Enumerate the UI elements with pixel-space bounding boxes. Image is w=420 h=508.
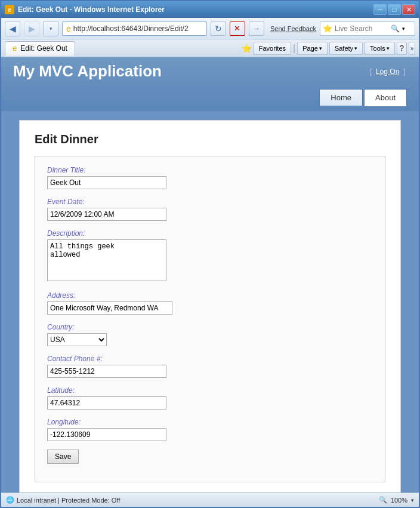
stop-button[interactable]: ✕ <box>230 21 245 36</box>
app-header: My MVC Application [ Log On ] Home About <box>1 57 419 111</box>
live-search-icon: ⭐ <box>323 24 332 33</box>
tab-edit-geek-out[interactable]: e Edit: Geek Out <box>5 41 75 56</box>
nav-tab-about[interactable]: About <box>364 89 407 106</box>
page-wrapper: Edit Dinner Dinner Title: Event Date: <box>1 111 419 492</box>
more-button[interactable]: » <box>409 42 415 55</box>
window-controls: ─ □ ✕ <box>373 4 415 15</box>
save-group: Save <box>47 449 373 464</box>
content-scroll-area: My MVC Application [ Log On ] Home About… <box>1 57 419 492</box>
logon-bracket-open: [ <box>370 67 372 76</box>
tools-button[interactable]: Tools ▾ <box>365 42 395 55</box>
safety-dropdown-icon: ▾ <box>354 45 357 51</box>
go-button[interactable]: → <box>249 21 264 36</box>
tab-icon: e <box>13 44 17 53</box>
page-body: Edit Dinner Dinner Title: Event Date: <box>19 120 401 492</box>
contact-phone-input[interactable] <box>47 365 166 378</box>
event-date-group: Event Date: <box>47 198 373 221</box>
back-button[interactable]: ◀ <box>5 21 20 36</box>
send-feedback-link[interactable]: Send Feedback <box>270 25 316 32</box>
search-input[interactable] <box>335 24 388 33</box>
browser-window: e Edit: Geek Out - Windows Internet Expl… <box>0 0 420 508</box>
toolbar-right: ⭐ Favorites | Page ▾ Safety ▾ Tools ▾ ? … <box>242 42 415 55</box>
address-group: Address: <box>47 291 373 315</box>
title-bar-left: e Edit: Geek Out - Windows Internet Expl… <box>5 5 165 14</box>
status-bar: 🌐 Local intranet | Protected Mode: Off 🔍… <box>1 492 419 507</box>
forward-button[interactable]: ▶ <box>24 21 39 36</box>
separator1: | <box>293 43 295 54</box>
address-label: Address: <box>47 291 373 300</box>
tools-dropdown-icon: ▾ <box>387 45 390 51</box>
search-magnifier-icon: 🔍 <box>391 24 400 33</box>
zoom-dropdown-icon[interactable]: ▾ <box>411 497 414 503</box>
country-select[interactable]: USA Canada UK Australia <box>47 333 107 346</box>
dinner-title-input[interactable] <box>47 176 166 189</box>
contact-phone-label: Contact Phone #: <box>47 355 373 363</box>
safety-button[interactable]: Safety ▾ <box>329 42 363 55</box>
description-group: Description: All things geek allowed <box>47 229 373 283</box>
latitude-input[interactable] <box>47 396 166 410</box>
address-bar[interactable]: e <box>62 21 207 36</box>
search-bar[interactable]: ⭐ 🔍 ▾ <box>320 21 415 36</box>
country-group: Country: USA Canada UK Australia <box>47 323 373 346</box>
nav-tab-home[interactable]: Home <box>319 89 363 106</box>
status-right: 🔍 100% ▾ <box>379 496 414 504</box>
logon-area: [ Log On ] <box>368 67 407 76</box>
dropdown-button[interactable]: ▾ <box>43 21 58 36</box>
search-dropdown-icon[interactable]: ▾ <box>402 26 405 32</box>
dinner-title-label: Dinner Title: <box>47 166 373 174</box>
header-top-row: My MVC Application [ Log On ] <box>13 62 407 81</box>
longitude-group: Longitude: <box>47 418 373 441</box>
app-title: My MVC Application <box>13 62 162 81</box>
tab-label: Edit: Geek Out <box>20 44 67 53</box>
close-button[interactable]: ✕ <box>402 4 415 15</box>
address-input-field[interactable] <box>47 301 172 315</box>
event-date-label: Event Date: <box>47 198 373 206</box>
zone-icon: 🌐 <box>6 496 14 504</box>
zone-text: Local intranet | Protected Mode: Off <box>17 497 120 504</box>
refresh-button[interactable]: ↻ <box>211 21 226 36</box>
latitude-group: Latitude: <box>47 386 373 410</box>
zoom-icon: 🔍 <box>379 496 387 504</box>
page-title: Edit Dinner <box>35 133 385 146</box>
tabs-bar: e Edit: Geek Out ⭐ Favorites | Page ▾ Sa… <box>1 39 419 57</box>
contact-phone-group: Contact Phone #: <box>47 355 373 378</box>
country-label: Country: <box>47 323 373 331</box>
minimize-button[interactable]: ─ <box>373 4 387 15</box>
page-icon: e <box>66 24 71 33</box>
longitude-input[interactable] <box>47 428 166 441</box>
description-textarea[interactable]: All things geek allowed <box>47 239 166 281</box>
logon-bracket-close: ] <box>403 67 405 76</box>
maximize-button[interactable]: □ <box>388 4 401 15</box>
save-button[interactable]: Save <box>47 449 79 464</box>
nav-tabs: Home About <box>13 89 407 106</box>
dinner-title-group: Dinner Title: <box>47 166 373 189</box>
favorites-button[interactable]: Favorites <box>254 42 291 55</box>
event-date-input[interactable] <box>47 208 166 221</box>
description-label: Description: <box>47 229 373 238</box>
logon-link[interactable]: Log On <box>376 67 399 76</box>
address-toolbar: ◀ ▶ ▾ e ↻ ✕ → Send Feedback ⭐ 🔍 ▾ <box>1 18 419 39</box>
page-button[interactable]: Page ▾ <box>297 42 328 55</box>
status-left: 🌐 Local intranet | Protected Mode: Off <box>6 496 120 504</box>
latitude-label: Latitude: <box>47 386 373 395</box>
content-main: My MVC Application [ Log On ] Home About… <box>1 57 419 492</box>
form-container: Dinner Title: Event Date: Description: A… <box>35 156 385 482</box>
help-button[interactable]: ? <box>397 42 407 55</box>
favorites-icon: ⭐ <box>242 44 252 53</box>
window-title: Edit: Geek Out - Windows Internet Explor… <box>18 5 165 14</box>
longitude-label: Longitude: <box>47 418 373 426</box>
browser-icon: e <box>5 5 14 14</box>
zoom-level: 100% <box>391 497 407 504</box>
title-bar: e Edit: Geek Out - Windows Internet Expl… <box>1 1 419 18</box>
address-input[interactable] <box>73 24 203 33</box>
page-dropdown-icon: ▾ <box>319 45 322 51</box>
